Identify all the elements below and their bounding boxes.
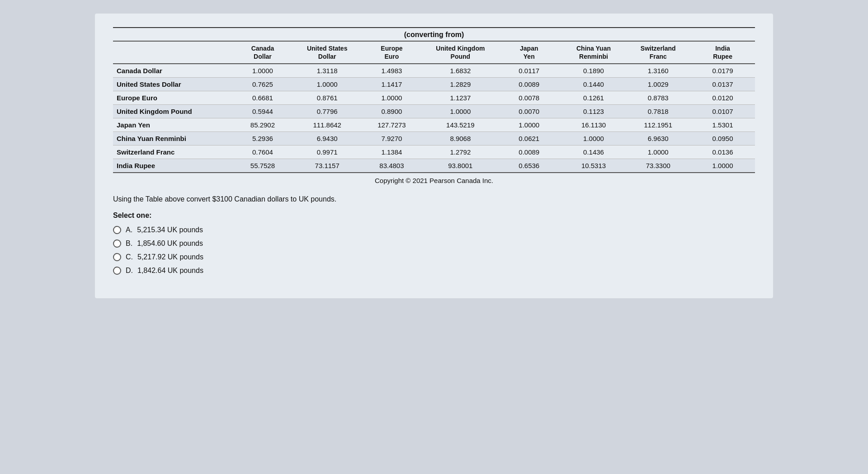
cell-value: 1.0000 [231,64,295,78]
cell-value: 143.5219 [424,118,497,132]
option-text: 5,217.92 UK pounds [137,253,203,261]
col-header-japan: JapanYen [497,41,561,64]
cell-value: 0.0137 [690,78,755,91]
option-text: 5,215.34 UK pounds [137,226,203,234]
option-letter: D. [126,267,133,275]
cell-value: 1.0000 [626,145,690,159]
cell-value: 73.3300 [626,159,690,173]
option-a[interactable]: A.5,215.34 UK pounds [113,226,755,234]
col-header-us: United StatesDollar [295,41,359,64]
cell-value: 1.4983 [359,64,424,78]
cell-value: 1.6832 [424,64,497,78]
copyright-text: Copyright © 2021 Pearson Canada Inc. [113,173,755,187]
cell-value: 0.0070 [497,105,561,118]
cell-value: 1.0000 [497,118,561,132]
cell-value: 0.1890 [561,64,626,78]
cell-value: 0.0950 [690,132,755,145]
table-row: Canada Dollar1.00001.31181.49831.68320.0… [113,64,755,78]
cell-value: 112.1951 [626,118,690,132]
cell-value: 1.1417 [359,78,424,91]
cell-value: 0.1440 [561,78,626,91]
col-header-switzerland: SwitzerlandFranc [626,41,690,64]
cell-value: 6.9430 [295,132,359,145]
table-body: Canada Dollar1.00001.31181.49831.68320.0… [113,64,755,173]
row-label: China Yuan Renminbi [113,132,231,145]
cell-value: 85.2902 [231,118,295,132]
cell-value: 0.8900 [359,105,424,118]
select-label: Select one: [113,211,755,220]
cell-value: 127.7273 [359,118,424,132]
cell-value: 0.8761 [295,91,359,105]
option-radio[interactable] [113,267,121,275]
row-label: Switzerland Franc [113,145,231,159]
table-row: Switzerland Franc0.76040.99711.13841.279… [113,145,755,159]
cell-value: 0.6681 [231,91,295,105]
cell-value: 93.8001 [424,159,497,173]
converting-from-row: (converting from) [113,28,755,41]
table-row: United States Dollar0.76251.00001.14171.… [113,78,755,91]
cell-value: 1.0000 [359,91,424,105]
cell-value: 0.7796 [295,105,359,118]
col-header-uk: United KingdomPound [424,41,497,64]
row-label: Europe Euro [113,91,231,105]
currency-table: (converting from) CanadaDollar United St… [113,27,755,187]
cell-value: 0.5944 [231,105,295,118]
copyright-row: Copyright © 2021 Pearson Canada Inc. [113,173,755,187]
cell-value: 0.6536 [497,159,561,173]
cell-value: 0.0089 [497,145,561,159]
cell-value: 0.0107 [690,105,755,118]
cell-value: 0.8783 [626,91,690,105]
option-radio[interactable] [113,226,121,234]
cell-value: 1.3160 [626,64,690,78]
cell-value: 0.0179 [690,64,755,78]
table-wrapper: (converting from) CanadaDollar United St… [113,27,755,187]
option-text: 1,842.64 UK pounds [137,267,203,275]
col-header-india: IndiaRupee [690,41,755,64]
cell-value: 0.1436 [561,145,626,159]
cell-value: 0.7818 [626,105,690,118]
cell-value: 0.7625 [231,78,295,91]
col-header-china: China YuanRenminbi [561,41,626,64]
cell-value: 1.0029 [626,78,690,91]
cell-value: 1.5301 [690,118,755,132]
cell-value: 0.0089 [497,78,561,91]
cell-value: 1.0000 [295,78,359,91]
row-header-empty [113,41,231,64]
option-radio[interactable] [113,239,121,248]
page-container: (converting from) CanadaDollar United St… [95,14,773,298]
cell-value: 1.3118 [295,64,359,78]
cell-value: 55.7528 [231,159,295,173]
cell-value: 0.0136 [690,145,755,159]
row-label: United Kingdom Pound [113,105,231,118]
cell-value: 1.0000 [690,159,755,173]
cell-value: 0.1123 [561,105,626,118]
cell-value: 0.0621 [497,132,561,145]
table-row: Europe Euro0.66810.87611.00001.12370.007… [113,91,755,105]
option-radio[interactable] [113,253,121,261]
table-row: China Yuan Renminbi5.29366.94307.92708.9… [113,132,755,145]
option-letter: A. [126,226,132,234]
cell-value: 83.4803 [359,159,424,173]
cell-value: 1.2792 [424,145,497,159]
option-d[interactable]: D.1,842.64 UK pounds [113,267,755,275]
cell-value: 0.1261 [561,91,626,105]
cell-value: 1.2829 [424,78,497,91]
cell-value: 1.0000 [561,132,626,145]
cell-value: 0.7604 [231,145,295,159]
option-c[interactable]: C.5,217.92 UK pounds [113,253,755,261]
column-headers-row: CanadaDollar United StatesDollar EuropeE… [113,41,755,64]
cell-value: 73.1157 [295,159,359,173]
cell-value: 0.0117 [497,64,561,78]
cell-value: 1.1384 [359,145,424,159]
option-letter: C. [126,253,133,261]
option-b[interactable]: B.1,854.60 UK pounds [113,239,755,248]
cell-value: 0.0078 [497,91,561,105]
cell-value: 1.0000 [424,105,497,118]
cell-value: 111.8642 [295,118,359,132]
row-label: Japan Yen [113,118,231,132]
cell-value: 0.0120 [690,91,755,105]
cell-value: 7.9270 [359,132,424,145]
table-row: United Kingdom Pound0.59440.77960.89001.… [113,105,755,118]
row-label: United States Dollar [113,78,231,91]
col-header-europe: EuropeEuro [359,41,424,64]
